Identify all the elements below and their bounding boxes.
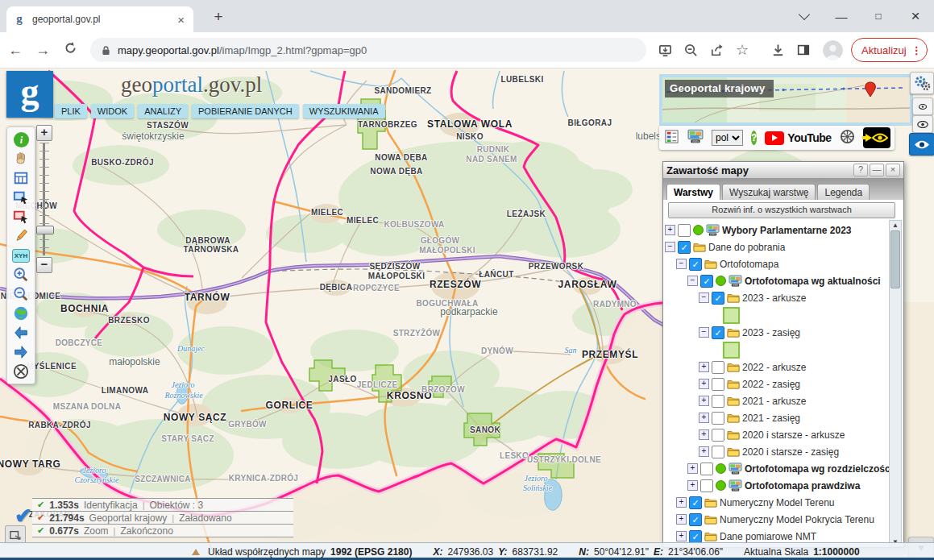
zoom-plus-button[interactable]: +: [36, 125, 52, 141]
layer-row[interactable]: +2022 - arkusze: [663, 359, 890, 375]
layer-checkbox[interactable]: ✓: [689, 530, 702, 543]
attribute-table-button[interactable]: [10, 168, 31, 188]
tab-close-icon[interactable]: ×: [175, 13, 187, 27]
layer-checkbox[interactable]: [712, 361, 724, 374]
browser-menu-icon[interactable]: ⋮: [911, 44, 922, 56]
layer-checkbox[interactable]: ✓: [689, 258, 702, 271]
expand-toggle-icon[interactable]: +: [676, 514, 687, 525]
layer-checkbox[interactable]: ✓: [712, 326, 724, 339]
layer-row[interactable]: −✓WMSOrtofotomapa wg aktualności: [663, 272, 890, 289]
zoom-in-button[interactable]: [10, 265, 31, 284]
layer-row[interactable]: −✓Dane do pobrania: [663, 239, 890, 255]
tools-gears-button[interactable]: [910, 72, 934, 94]
measure-pencil-button[interactable]: [10, 226, 31, 246]
layer-row[interactable]: +✓Numeryczny Model Pokrycia Terenu: [663, 511, 890, 528]
zoom-slider-track[interactable]: [39, 143, 49, 255]
window-close-button[interactable]: ×: [897, 7, 934, 25]
geoportal-logo[interactable]: g: [6, 71, 53, 118]
language-select[interactable]: pol: [712, 130, 743, 146]
browser-tab[interactable]: g geoportal.gov.pl ×: [6, 6, 193, 32]
tab-legenda[interactable]: Legenda: [817, 184, 870, 200]
zoom-out-button[interactable]: [10, 284, 31, 304]
identify-button[interactable]: i: [10, 130, 31, 149]
help-icon[interactable]: ?: [751, 131, 757, 145]
status-collapse-button[interactable]: [5, 525, 26, 544]
expand-toggle-icon[interactable]: +: [687, 480, 698, 491]
layer-checkbox[interactable]: [712, 412, 724, 425]
layer-row[interactable]: +WMSOrtofotomapa wg rozdzielczości: [663, 460, 890, 477]
layer-checkbox[interactable]: [712, 446, 724, 458]
layer-row[interactable]: −✓2023 - zasięg: [663, 324, 890, 341]
reload-button[interactable]: [58, 41, 82, 59]
zoom-slider-handle[interactable]: [36, 226, 54, 234]
panel-minimize-button[interactable]: —: [870, 164, 884, 176]
panel-close-button[interactable]: ×: [886, 164, 900, 176]
menu-pobieranie-danych[interactable]: POBIERANIE DANYCH: [192, 104, 299, 118]
layer-checkbox[interactable]: [712, 378, 724, 391]
previous-view-button[interactable]: [10, 323, 31, 342]
expand-toggle-icon[interactable]: +: [699, 446, 709, 457]
layer-checkbox[interactable]: [678, 224, 691, 237]
panel-header[interactable]: Zawartość mapy ? — ×: [663, 162, 903, 179]
layer-row[interactable]: −✓Ortofotomapa: [663, 255, 890, 272]
collapse-toggle-icon[interactable]: −: [699, 327, 709, 338]
pan-hand-button[interactable]: [10, 149, 31, 168]
collapse-toggle-icon[interactable]: −: [665, 242, 675, 252]
layer-row[interactable]: +WMSOrtofotomapa prawdziwa: [663, 477, 890, 494]
layer-checkbox[interactable]: [700, 463, 713, 475]
legend-grid-icon[interactable]: [664, 129, 679, 147]
layer-row[interactable]: +✓Numeryczny Model Terenu: [663, 494, 890, 511]
layer-row[interactable]: +2022 - zasięg: [663, 375, 890, 392]
layer-row[interactable]: +2021 - arkusze: [663, 392, 890, 409]
clear-selection-button[interactable]: [10, 362, 31, 381]
window-minimize-button[interactable]: —: [823, 10, 860, 23]
tab-warstwy[interactable]: Warstwy: [666, 184, 720, 200]
share-icon[interactable]: [704, 43, 729, 58]
layer-checkbox[interactable]: ✓: [678, 241, 691, 254]
layer-row[interactable]: [663, 306, 890, 324]
expand-toggle-icon[interactable]: +: [699, 429, 709, 440]
downloads-icon[interactable]: [766, 43, 790, 58]
layer-checkbox[interactable]: ✓: [700, 275, 713, 288]
layer-row[interactable]: +2020 i starsze - zasięg: [663, 443, 890, 460]
collapse-toggle-icon[interactable]: −: [676, 259, 687, 269]
layer-row[interactable]: +2021 - zasięg: [663, 409, 890, 426]
icon-size-small-eye-button[interactable]: [912, 97, 933, 115]
menu-analizy[interactable]: ANALIZY: [138, 104, 188, 118]
youtube-link[interactable]: YouTube: [765, 131, 831, 145]
coordinates-xyh-button[interactable]: XYH: [10, 246, 31, 265]
back-button[interactable]: ←: [3, 42, 27, 59]
expand-toggle-icon[interactable]: +: [676, 497, 687, 508]
high-contrast-toggle[interactable]: [863, 127, 890, 148]
profile-avatar[interactable]: [820, 40, 845, 60]
bookmark-star-icon[interactable]: ☆: [730, 41, 754, 59]
new-tab-button[interactable]: +: [208, 6, 229, 27]
full-extent-globe-button[interactable]: [10, 304, 31, 323]
layer-row[interactable]: [663, 341, 890, 359]
icon-size-large-eye-button[interactable]: [909, 133, 934, 156]
layer-row[interactable]: +2020 i starsze - arkusze: [663, 426, 890, 443]
window-maximize-button[interactable]: □: [860, 10, 897, 22]
expand-all-layers-button[interactable]: Rozwiń inf. o wszystkich warstwach: [668, 202, 895, 218]
map-viewport[interactable]: SANDOMIERZLUBELSKISTASZÓWświętokrzyskieT…: [0, 68, 934, 560]
layer-checkbox[interactable]: [712, 395, 724, 408]
next-view-button[interactable]: [10, 342, 31, 362]
accessibility-wheel-icon[interactable]: [840, 129, 855, 147]
url-bar[interactable]: mapy.geoportal.gov.pl/imap/Imgp_2.html?g…: [90, 38, 646, 62]
tab-wyszukaj-warstwę[interactable]: Wyszukaj warstwę: [722, 184, 816, 200]
icon-size-medium-eye-button[interactable]: [912, 115, 933, 133]
deselect-rectangle-button[interactable]: [10, 207, 31, 226]
menu-wyszukiwania[interactable]: WYSZUKIWANIA: [303, 104, 385, 118]
layer-checkbox[interactable]: ✓: [689, 513, 702, 526]
expand-toggle-icon[interactable]: +: [687, 463, 698, 474]
layer-checkbox[interactable]: [712, 429, 724, 442]
zoom-minus-button[interactable]: −: [36, 257, 52, 273]
zoom-out-page-icon[interactable]: [679, 43, 703, 58]
layer-row[interactable]: +WMSWybory Parlamentarne 2023: [663, 222, 890, 239]
update-chrome-button[interactable]: Aktualizuj⋮: [851, 38, 928, 62]
side-panel-icon[interactable]: [791, 43, 816, 57]
layer-checkbox[interactable]: [700, 479, 713, 492]
install-icon[interactable]: [653, 43, 677, 58]
overview-map[interactable]: Geoportal krajowy: [659, 74, 913, 126]
collapse-toggle-icon[interactable]: −: [699, 292, 709, 303]
